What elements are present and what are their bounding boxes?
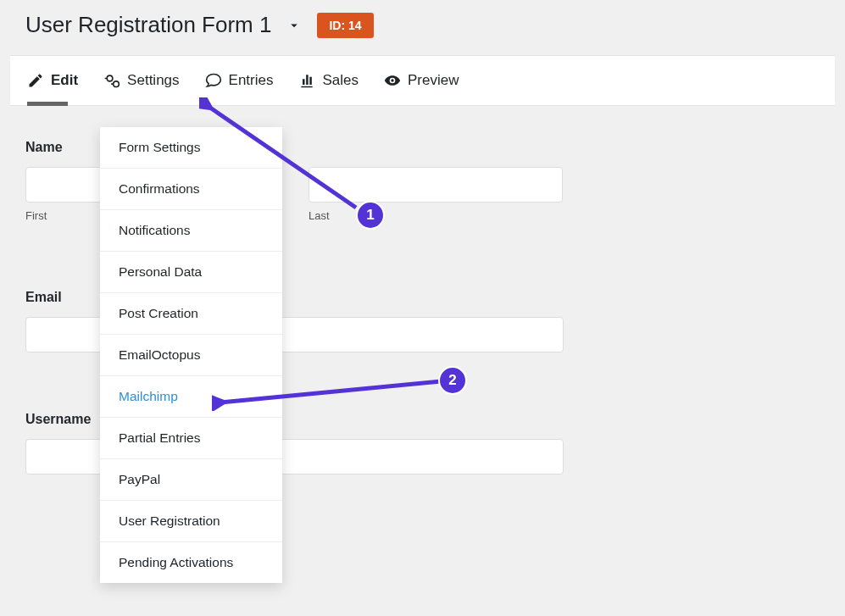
tab-entries-label: Entries (229, 72, 274, 89)
settings-menu-item[interactable]: Personal Data (100, 252, 282, 293)
tab-settings[interactable]: Settings (103, 56, 179, 105)
tab-sales-label: Sales (322, 72, 359, 89)
settings-menu-item[interactable]: Post Creation (100, 293, 282, 335)
chevron-down-icon (286, 18, 302, 33)
title-dropdown-toggle[interactable] (286, 18, 302, 33)
annotation-badge-2: 2 (438, 366, 467, 395)
svg-line-0 (208, 106, 356, 208)
settings-menu-item[interactable]: EmailOctopus (100, 335, 282, 376)
annotation-arrow-1 (199, 97, 377, 225)
settings-menu-item[interactable]: PayPal (100, 459, 282, 501)
settings-menu-item[interactable]: User Registration (100, 501, 282, 542)
annotation-badge-1: 1 (356, 201, 385, 230)
gears-icon (103, 72, 120, 89)
comment-icon (205, 72, 222, 89)
page-header: User Registration Form 1 ID: 14 (0, 0, 845, 47)
tabs-bar: Edit Settings Entries Sales Preview (10, 55, 835, 106)
svg-line-1 (220, 381, 441, 402)
chart-icon (298, 72, 315, 89)
annotation-arrow-2 (212, 377, 458, 411)
settings-menu-item[interactable]: Pending Activations (100, 542, 282, 583)
form-id-badge: ID: 14 (317, 13, 373, 38)
tab-edit[interactable]: Edit (27, 56, 78, 105)
edit-icon (27, 72, 44, 89)
tab-edit-label: Edit (51, 72, 78, 89)
page-title: User Registration Form 1 (25, 12, 271, 38)
tab-preview[interactable]: Preview (384, 56, 459, 105)
tab-preview-label: Preview (408, 72, 459, 89)
tab-settings-label: Settings (127, 72, 179, 89)
settings-menu-item[interactable]: Partial Entries (100, 418, 282, 459)
eye-icon (384, 72, 401, 89)
